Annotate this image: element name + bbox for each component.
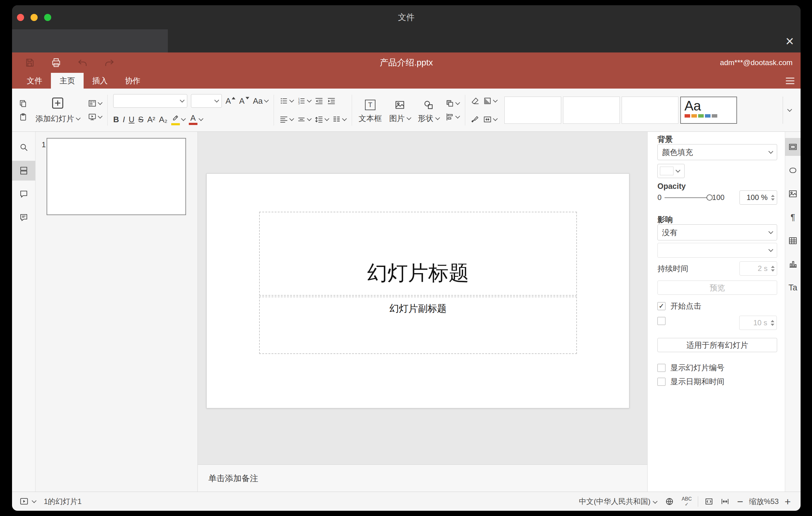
strikethrough-button[interactable]: S	[138, 115, 143, 123]
theme-thumbnail[interactable]	[563, 96, 620, 124]
undo-button[interactable]	[78, 57, 88, 68]
delay-row[interactable]	[658, 317, 670, 325]
increase-font-button[interactable]: A	[226, 97, 235, 105]
theme-thumbnail[interactable]	[622, 96, 678, 124]
start-slideshow-button[interactable]	[88, 113, 102, 121]
insert-shape-button[interactable]: 形状	[414, 96, 443, 123]
vertical-align-button[interactable]	[297, 115, 311, 124]
tab-collaboration[interactable]: 协作	[116, 73, 149, 89]
opacity-slider[interactable]	[665, 197, 709, 198]
theme-thumbnail-selected[interactable]: Aa	[680, 96, 737, 124]
add-slide-button[interactable]: 添加幻灯片	[30, 96, 85, 124]
start-on-click-row[interactable]: ✓ 开始点击	[658, 301, 701, 311]
decrease-font-button[interactable]: A	[239, 97, 249, 105]
search-button[interactable]	[12, 137, 35, 157]
insert-textbox-button[interactable]: T 文本框	[355, 96, 386, 123]
horizontal-align-button[interactable]	[280, 115, 293, 124]
slide-thumbnail[interactable]	[47, 138, 186, 215]
show-date-time-row[interactable]: 显示日期和时间	[658, 376, 724, 387]
print-button[interactable]	[51, 57, 61, 68]
minimize-traffic-button[interactable]	[31, 14, 38, 21]
image-settings-button[interactable]	[785, 185, 801, 203]
tab-home[interactable]: 主页	[51, 73, 84, 89]
align-shapes-button[interactable]	[445, 113, 459, 121]
fit-slide-icon[interactable]	[704, 497, 714, 506]
shape-settings-button[interactable]	[785, 162, 801, 179]
increase-indent-icon[interactable]	[327, 96, 336, 105]
numbering-button[interactable]: 123	[297, 96, 311, 105]
font-name-combo[interactable]	[113, 94, 187, 108]
fill-color-button[interactable]	[483, 96, 497, 105]
slides-panel-button[interactable]	[12, 161, 35, 180]
spellcheck-icon[interactable]: ABC ✓	[682, 496, 692, 507]
fill-color-select[interactable]	[658, 164, 685, 178]
zoom-in-button[interactable]: +	[782, 496, 793, 507]
insert-image-button[interactable]: 图片	[386, 96, 414, 123]
paste-icon[interactable]	[19, 113, 27, 121]
zoom-traffic-button[interactable]	[44, 14, 51, 21]
change-case-button[interactable]: Aa	[253, 97, 268, 105]
tab-insert[interactable]: 插入	[84, 73, 116, 89]
checkbox-checked[interactable]: ✓	[658, 302, 665, 310]
chart-settings-button[interactable]	[785, 255, 801, 273]
line-spacing-button[interactable]	[315, 115, 328, 124]
slide-layout-button[interactable]	[88, 99, 102, 108]
slide-subtitle-placeholder[interactable]: 幻灯片副标题	[259, 296, 577, 354]
editing-canvas[interactable]: 幻灯片标题 幻灯片副标题	[198, 132, 647, 464]
delay-spinner[interactable]: 10 s	[739, 316, 777, 330]
font-color-button[interactable]: A	[189, 114, 203, 125]
decrease-indent-icon[interactable]	[315, 96, 323, 105]
save-button[interactable]	[24, 57, 35, 68]
tab-file[interactable]: 文件	[18, 73, 51, 89]
effect-select[interactable]: 没有	[658, 224, 777, 240]
italic-button[interactable]: I	[123, 115, 125, 123]
close-traffic-button[interactable]	[17, 14, 24, 21]
slide-surface[interactable]: 幻灯片标题 幻灯片副标题	[206, 173, 629, 408]
slide-size-button[interactable]	[483, 115, 497, 124]
checkbox-unchecked[interactable]	[658, 364, 665, 372]
show-slide-number-row[interactable]: 显示幻灯片编号	[658, 363, 724, 373]
spinner-arrows[interactable]	[771, 191, 775, 204]
effect-option-select[interactable]	[658, 243, 777, 258]
chevron-down-icon[interactable]	[32, 498, 37, 503]
gallery-expand-button[interactable]	[783, 96, 796, 124]
close-icon[interactable]: ×	[785, 34, 794, 48]
table-settings-button[interactable]	[785, 232, 801, 250]
theme-thumbnail[interactable]	[504, 96, 561, 124]
start-slideshow-icon[interactable]	[20, 497, 29, 506]
preview-button[interactable]: 预览	[658, 281, 777, 295]
document-language-icon[interactable]	[665, 497, 674, 506]
slider-handle[interactable]	[706, 194, 713, 201]
checkbox-unchecked[interactable]	[658, 378, 665, 386]
comments-button[interactable]	[12, 184, 35, 204]
spinner-arrows[interactable]	[771, 316, 774, 329]
slide-title-placeholder[interactable]: 幻灯片标题	[259, 212, 577, 296]
font-size-combo[interactable]	[191, 94, 222, 108]
bullets-button[interactable]	[280, 96, 293, 105]
apply-to-all-button[interactable]: 适用于所有幻灯片	[658, 338, 777, 352]
superscript-button[interactable]: A²	[147, 115, 155, 123]
hamburger-menu-icon[interactable]	[786, 78, 794, 84]
redo-button[interactable]	[104, 57, 114, 68]
subscript-button[interactable]: A₂	[159, 115, 167, 123]
notes-area[interactable]: 单击添加备注	[198, 464, 647, 492]
highlight-color-button[interactable]	[171, 114, 185, 125]
slide-settings-button[interactable]	[785, 138, 801, 156]
checkbox-unchecked[interactable]	[658, 317, 665, 325]
duration-spinner[interactable]: 2 s	[740, 261, 777, 276]
arrange-shapes-button[interactable]	[445, 99, 459, 108]
background-fill-select[interactable]: 颜色填充	[658, 144, 777, 160]
bold-button[interactable]: B	[113, 115, 119, 123]
language-selector[interactable]: 中文(中华人民共和国)	[579, 496, 650, 507]
clear-style-icon[interactable]	[471, 96, 480, 105]
underline-button[interactable]: U	[129, 115, 135, 123]
textart-settings-button[interactable]: Ta	[785, 279, 801, 296]
columns-button[interactable]	[332, 115, 346, 124]
paragraph-settings-button[interactable]: ¶	[785, 208, 801, 226]
copy-icon[interactable]	[19, 99, 27, 108]
opacity-spinner[interactable]: 100 %	[740, 191, 777, 205]
fit-width-icon[interactable]	[720, 497, 730, 506]
spinner-arrows[interactable]	[771, 262, 775, 275]
zoom-out-button[interactable]: −	[734, 496, 746, 507]
chat-button[interactable]	[12, 208, 35, 227]
